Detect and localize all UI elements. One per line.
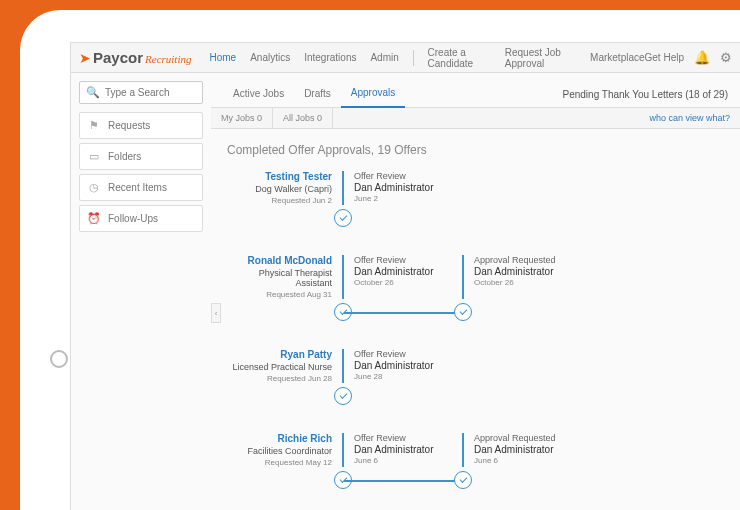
stage: Approval RequestedDan AdministratorOctob… (462, 255, 582, 299)
candidate-role: Physical Therapist Assistant (227, 268, 332, 288)
check-icon (454, 303, 472, 321)
sidebar-item-requests[interactable]: ⚑ Requests (79, 112, 203, 139)
stage-person: Dan Administrator (474, 444, 582, 455)
stage-title: Offer Review (354, 349, 462, 359)
stages: Offer ReviewDan AdministratorJune 2 (342, 171, 462, 205)
top-nav: ➤ Paycor Recruiting Home Analytics Integ… (71, 43, 740, 73)
sidebar-collapse-handle[interactable]: ‹ (211, 303, 221, 323)
stages: Offer ReviewDan AdministratorOctober 26A… (342, 255, 582, 299)
tab-approvals[interactable]: Approvals (341, 81, 405, 108)
stage-person: Dan Administrator (354, 266, 462, 277)
check-icon (334, 387, 352, 405)
logo-suffix: Recruiting (145, 53, 191, 65)
nav-separator (413, 50, 414, 66)
candidate-requested-date: Requested Jun 28 (227, 374, 332, 383)
sidebar-item-label: Follow-Ups (108, 213, 158, 224)
stage-connector (344, 312, 464, 314)
flag-icon: ⚑ (88, 119, 100, 132)
stage-person: Dan Administrator (354, 182, 462, 193)
tablet-home-button (50, 350, 68, 368)
nav-get-help[interactable]: Get Help (645, 52, 684, 63)
offer-row: Ryan PattyLicensed Practical NurseReques… (227, 349, 724, 413)
sidebar-item-followups[interactable]: ⏰ Follow-Ups (79, 205, 203, 232)
stage-date: June 6 (354, 456, 462, 465)
search-box[interactable]: 🔍 (79, 81, 203, 104)
stage-date: June 2 (354, 194, 462, 203)
stage-title: Approval Requested (474, 433, 582, 443)
search-icon: 🔍 (86, 86, 100, 99)
stage-connector (344, 480, 464, 482)
section-title: Completed Offer Approvals, 19 Offers (227, 143, 724, 157)
stage-title: Offer Review (354, 255, 462, 265)
nav-analytics[interactable]: Analytics (250, 52, 290, 63)
candidate-name-link[interactable]: Ryan Patty (227, 349, 332, 360)
stage: Approval RequestedDan AdministratorJune … (462, 433, 582, 467)
stage: Offer ReviewDan AdministratorJune 2 (342, 171, 462, 205)
stage-title: Offer Review (354, 433, 462, 443)
check-icon (334, 209, 352, 227)
candidate-role: Facilities Coordinator (227, 446, 332, 456)
logo-accent-icon: ➤ (79, 50, 91, 66)
stage-person: Dan Administrator (354, 444, 462, 455)
tab-drafts[interactable]: Drafts (294, 82, 341, 107)
nav-create-candidate[interactable]: Create a Candidate (428, 47, 491, 69)
offer-row: Richie RichFacilities CoordinatorRequest… (227, 433, 724, 497)
offer-row: Ronald McDonaldPhysical Therapist Assist… (227, 255, 724, 329)
candidate-name-link[interactable]: Richie Rich (227, 433, 332, 444)
candidate-role: Dog Walker (Capri) (227, 184, 332, 194)
pending-letters[interactable]: Pending Thank You Letters (18 of 29) (563, 89, 729, 100)
nav-admin[interactable]: Admin (370, 52, 398, 63)
sidebar-item-label: Recent Items (108, 182, 167, 193)
sidebar-item-folders[interactable]: ▭ Folders (79, 143, 203, 170)
stage-person: Dan Administrator (354, 360, 462, 371)
stages: Offer ReviewDan AdministratorJune 28 (342, 349, 462, 383)
candidate-role: Licensed Practical Nurse (227, 362, 332, 372)
stage-title: Offer Review (354, 171, 462, 181)
stage: Offer ReviewDan AdministratorJune 6 (342, 433, 462, 467)
nav-marketplace[interactable]: Marketplace (590, 52, 644, 63)
candidate-requested-date: Requested Jun 2 (227, 196, 332, 205)
candidate-name-link[interactable]: Ronald McDonald (227, 255, 332, 266)
candidate-requested-date: Requested May 12 (227, 458, 332, 467)
check-icon (454, 471, 472, 489)
stage-title: Approval Requested (474, 255, 582, 265)
stages: Offer ReviewDan AdministratorJune 6Appro… (342, 433, 582, 467)
stage-date: October 26 (474, 278, 582, 287)
logo-brand: Paycor (93, 49, 143, 66)
bell-icon[interactable]: 🔔 (694, 50, 710, 65)
alarm-icon: ⏰ (88, 212, 100, 225)
who-can-view-link[interactable]: who can view what? (639, 108, 740, 128)
stage-person: Dan Administrator (474, 266, 582, 277)
tab-row: Active Jobs Drafts Approvals Pending Tha… (211, 81, 740, 108)
stage-date: October 26 (354, 278, 462, 287)
logo: ➤ Paycor Recruiting (79, 49, 191, 66)
nav-request-job-approval[interactable]: Request Job Approval (505, 47, 576, 69)
subtab-all-jobs[interactable]: All Jobs 0 (273, 108, 333, 128)
stage-date: June 6 (474, 456, 582, 465)
nav-home[interactable]: Home (209, 52, 236, 63)
offer-row: Testing TesterDog Walker (Capri)Requeste… (227, 171, 724, 235)
stage: Offer ReviewDan AdministratorOctober 26 (342, 255, 462, 299)
candidate-requested-date: Requested Aug 31 (227, 290, 332, 299)
main-content: Active Jobs Drafts Approvals Pending Tha… (211, 73, 740, 510)
sidebar-item-label: Folders (108, 151, 141, 162)
clock-icon: ◷ (88, 181, 100, 194)
candidate-name-link[interactable]: Testing Tester (227, 171, 332, 182)
sidebar: 🔍 ⚑ Requests ▭ Folders ◷ Recent Items ⏰ (71, 73, 211, 510)
stage: Offer ReviewDan AdministratorJune 28 (342, 349, 462, 383)
gear-icon[interactable]: ⚙ (720, 50, 732, 65)
stage-date: June 28 (354, 372, 462, 381)
nav-integrations[interactable]: Integrations (304, 52, 356, 63)
folder-icon: ▭ (88, 150, 100, 163)
subtab-my-jobs[interactable]: My Jobs 0 (211, 108, 273, 128)
tab-active-jobs[interactable]: Active Jobs (223, 82, 294, 107)
subtab-row: My Jobs 0 All Jobs 0 who can view what? (211, 108, 740, 129)
sidebar-item-label: Requests (108, 120, 150, 131)
sidebar-item-recent[interactable]: ◷ Recent Items (79, 174, 203, 201)
